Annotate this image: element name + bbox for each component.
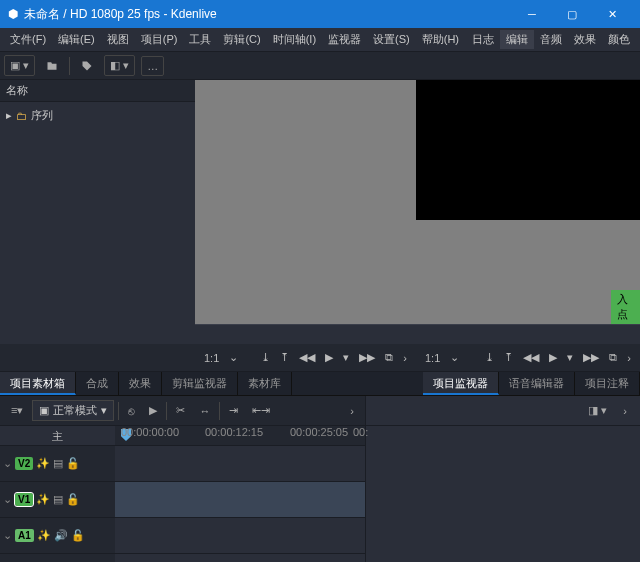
time-ruler[interactable]: 00:00:00:00 00:00:12:15 00:00:25:05 00: bbox=[115, 426, 365, 446]
tab-project-notes[interactable]: 项目注释 bbox=[575, 372, 640, 395]
tool-a-button[interactable]: ⎋ bbox=[123, 402, 140, 420]
bin-tree[interactable]: ▸ 🗀 序列 bbox=[0, 102, 195, 324]
monitor-ruler bbox=[0, 324, 640, 344]
menu-monitor[interactable]: 监视器 bbox=[322, 32, 367, 47]
film-icon[interactable]: ▤ bbox=[53, 493, 63, 506]
filter-button[interactable]: ◧ ▾ bbox=[104, 55, 135, 76]
project-monitor-viewport[interactable] bbox=[416, 80, 640, 220]
transport-row: 1:1 ⌄ ⤓ ⤒ ◀◀ ▶ ▾ ▶▶ ⧉ › 1:1 ⌄ ⤓ ⤒ ◀◀ ▶ ▾… bbox=[0, 344, 640, 372]
maximize-button[interactable]: ▢ bbox=[552, 0, 592, 28]
new-folder-button[interactable] bbox=[41, 57, 63, 75]
proj-set-out-button[interactable]: ⤒ bbox=[501, 348, 516, 367]
track-lane-a2[interactable] bbox=[115, 554, 365, 562]
minimize-button[interactable]: ─ bbox=[512, 0, 552, 28]
chevron-down-icon[interactable]: ⌄ bbox=[447, 348, 462, 367]
tag-button[interactable] bbox=[76, 57, 98, 75]
menu-file[interactable]: 文件(F) bbox=[4, 32, 52, 47]
guide-a-button[interactable]: ⇥ bbox=[224, 401, 243, 420]
proj-rewind-button[interactable]: ◀◀ bbox=[520, 348, 542, 367]
track-header-a1[interactable]: ⌄ A1 ✨ 🔊 🔓 bbox=[0, 518, 115, 554]
layout-edit[interactable]: 编辑 bbox=[500, 30, 534, 49]
tool-b-button[interactable]: ▶ bbox=[144, 401, 162, 420]
tab-project-monitor[interactable]: 项目监视器 bbox=[423, 372, 499, 395]
titlebar: ⬢ 未命名 / HD 1080p 25 fps - Kdenlive ─ ▢ ✕ bbox=[0, 0, 640, 28]
bin-item-label: 序列 bbox=[31, 108, 53, 123]
project-monitor-ruler[interactable] bbox=[416, 324, 640, 344]
menu-project[interactable]: 项目(P) bbox=[135, 32, 184, 47]
tab-clip-monitor[interactable]: 剪辑监视器 bbox=[162, 372, 238, 395]
speaker-icon[interactable]: 🔊 bbox=[54, 529, 68, 542]
expand-right-icon[interactable]: › bbox=[345, 402, 359, 420]
proj-ratio[interactable]: 1:1 bbox=[422, 349, 443, 367]
cut-button[interactable]: ✂ bbox=[171, 401, 190, 420]
bin-column-header[interactable]: 名称 bbox=[0, 80, 195, 102]
proj-set-in-button[interactable]: ⤓ bbox=[482, 348, 497, 367]
fx-icon[interactable]: ✨ bbox=[36, 493, 50, 506]
proj-forward-button[interactable]: ▶▶ bbox=[580, 348, 602, 367]
track-header-v1[interactable]: ⌄ V1 ✨ ▤ 🔓 bbox=[0, 482, 115, 518]
effects-body[interactable] bbox=[366, 426, 640, 562]
chevron-down-icon[interactable]: ⌄ bbox=[3, 529, 12, 542]
tab-speech-editor[interactable]: 语音编辑器 bbox=[499, 372, 575, 395]
edit-mode-button[interactable]: ⧉ bbox=[382, 348, 396, 367]
lock-icon[interactable]: 🔓 bbox=[66, 457, 80, 470]
more-button[interactable]: … bbox=[141, 56, 164, 76]
play-button[interactable]: ▶ bbox=[322, 348, 336, 367]
master-track-header[interactable]: 主 bbox=[0, 426, 115, 446]
chevron-down-icon[interactable]: ⌄ bbox=[3, 493, 12, 506]
clip-monitor-viewport[interactable] bbox=[195, 80, 416, 324]
clip-monitor-ruler[interactable] bbox=[195, 324, 416, 344]
chevron-right-icon: ▸ bbox=[6, 109, 12, 122]
play-drop-icon[interactable]: ▾ bbox=[340, 348, 352, 367]
track-lane-v2[interactable] bbox=[115, 446, 365, 482]
expand-right-icon[interactable]: › bbox=[618, 402, 632, 420]
bin-item-sequence[interactable]: ▸ 🗀 序列 bbox=[4, 106, 191, 125]
menu-help[interactable]: 帮助(H) bbox=[416, 32, 465, 47]
guide-b-button[interactable]: ⇤⇥ bbox=[247, 401, 275, 420]
set-out-button[interactable]: ⤒ bbox=[277, 348, 292, 367]
tracks-canvas[interactable]: 00:00:00:00 00:00:12:15 00:00:25:05 00: bbox=[115, 426, 365, 562]
proj-play-drop-icon[interactable]: ▾ bbox=[564, 348, 576, 367]
track-lane-v1[interactable] bbox=[115, 482, 365, 518]
forward-button[interactable]: ▶▶ bbox=[356, 348, 378, 367]
track-header-a2[interactable]: ⌄ A2 ✨ 🔊 🔓 bbox=[0, 554, 115, 562]
menu-clip[interactable]: 剪辑(C) bbox=[217, 32, 266, 47]
proj-options-icon[interactable]: › bbox=[624, 349, 634, 367]
tab-compositions[interactable]: 合成 bbox=[76, 372, 119, 395]
fx-icon[interactable]: ✨ bbox=[36, 457, 50, 470]
add-clip-button[interactable]: ▣ ▾ bbox=[4, 55, 35, 76]
spacer-button[interactable]: ↔ bbox=[194, 402, 215, 420]
track-lane-a1[interactable] bbox=[115, 518, 365, 554]
tab-effects[interactable]: 效果 bbox=[119, 372, 162, 395]
lock-icon[interactable]: 🔓 bbox=[66, 493, 80, 506]
tab-project-bin[interactable]: 项目素材箱 bbox=[0, 372, 76, 395]
track-menu-button[interactable]: ≡▾ bbox=[6, 401, 28, 420]
menu-timeline[interactable]: 时间轴(I) bbox=[267, 32, 322, 47]
rewind-button[interactable]: ◀◀ bbox=[296, 348, 318, 367]
eff-compare-button[interactable]: ◨ ▾ bbox=[583, 401, 612, 420]
layout-log[interactable]: 日志 bbox=[466, 30, 500, 49]
menu-settings[interactable]: 设置(S) bbox=[367, 32, 416, 47]
options-chevron-icon[interactable]: › bbox=[400, 349, 410, 367]
film-icon[interactable]: ▤ bbox=[53, 457, 63, 470]
layout-effects[interactable]: 效果 bbox=[568, 30, 602, 49]
track-header-v2[interactable]: ⌄ V2 ✨ ▤ 🔓 bbox=[0, 446, 115, 482]
menu-view[interactable]: 视图 bbox=[101, 32, 135, 47]
clip-ratio[interactable]: 1:1 bbox=[201, 349, 222, 367]
lock-icon[interactable]: 🔓 bbox=[71, 529, 85, 542]
close-button[interactable]: ✕ bbox=[592, 0, 632, 28]
layout-color[interactable]: 颜色 bbox=[602, 30, 636, 49]
in-point-badge[interactable]: 入点 bbox=[611, 290, 640, 324]
proj-play-button[interactable]: ▶ bbox=[546, 348, 560, 367]
chevron-down-icon[interactable]: ⌄ bbox=[3, 457, 12, 470]
set-in-button[interactable]: ⤓ bbox=[258, 348, 273, 367]
fx-icon[interactable]: ✨ bbox=[37, 529, 51, 542]
chevron-down-icon[interactable]: ⌄ bbox=[226, 348, 241, 367]
edit-mode-combo[interactable]: ▣ 正常模式 ▾ bbox=[32, 400, 114, 421]
proj-edit-button[interactable]: ⧉ bbox=[606, 348, 620, 367]
tab-library[interactable]: 素材库 bbox=[238, 372, 292, 395]
layout-audio[interactable]: 音频 bbox=[534, 30, 568, 49]
menu-edit[interactable]: 编辑(E) bbox=[52, 32, 101, 47]
folder-icon: 🗀 bbox=[16, 110, 27, 122]
menu-tools[interactable]: 工具 bbox=[183, 32, 217, 47]
